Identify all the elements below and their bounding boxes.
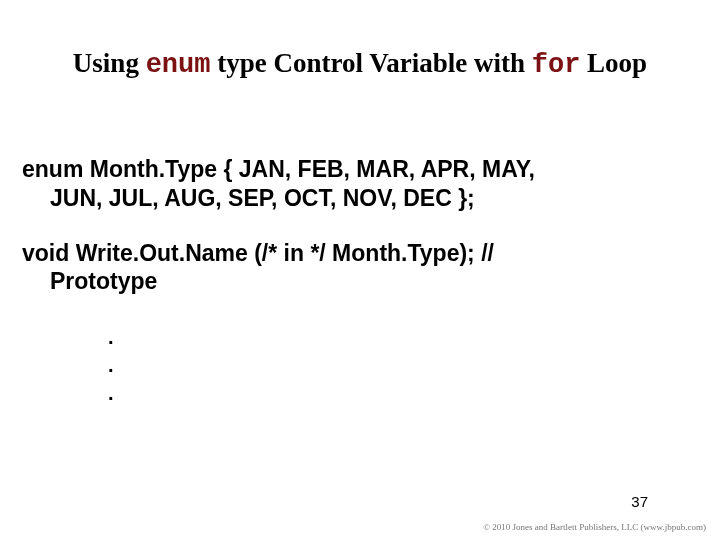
dot: .: [108, 322, 698, 350]
slide-body: enum Month.Type { JAN, FEB, MAR, APR, MA…: [22, 155, 698, 406]
code-block-enum: enum Month.Type { JAN, FEB, MAR, APR, MA…: [22, 155, 698, 213]
dot: .: [108, 378, 698, 406]
code-text: enum Month.Type { JAN, FEB, MAR, APR, MA…: [22, 156, 535, 182]
page-number: 37: [631, 493, 648, 510]
copyright-text: © 2010 Jones and Bartlett Publishers, LL…: [483, 522, 706, 532]
slide: Using enum type Control Variable with fo…: [0, 0, 720, 540]
code-text: void Write.Out.Name (/* in */ Month.Type…: [22, 240, 494, 266]
code-text: JUN, JUL, AUG, SEP, OCT, NOV, DEC };: [50, 185, 475, 211]
title-text-post: Loop: [580, 48, 647, 78]
slide-title: Using enum type Control Variable with fo…: [24, 48, 696, 80]
dot: .: [108, 350, 698, 378]
ellipsis-dots: . . .: [108, 322, 698, 406]
code-text: Prototype: [50, 268, 157, 294]
title-text-mid: type Control Variable with: [210, 48, 531, 78]
keyword-enum: enum: [146, 50, 211, 80]
title-text-pre: Using: [73, 48, 146, 78]
code-block-prototype: void Write.Out.Name (/* in */ Month.Type…: [22, 239, 698, 297]
keyword-for: for: [532, 50, 581, 80]
